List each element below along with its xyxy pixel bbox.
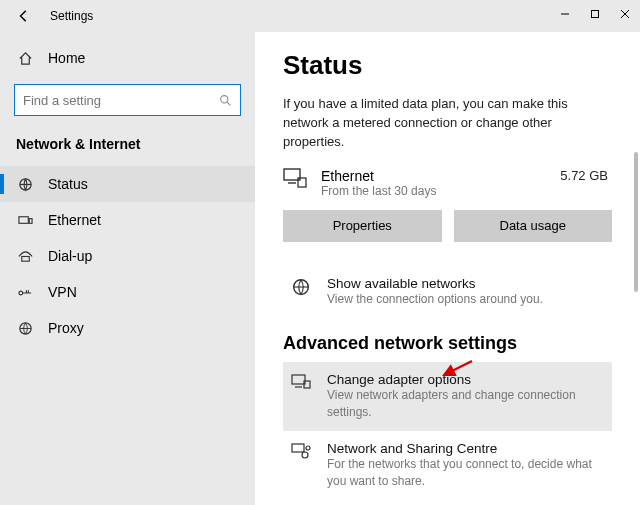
option-sub: View the connection options around you. bbox=[327, 291, 606, 308]
properties-button[interactable]: Properties bbox=[283, 210, 442, 242]
home-icon bbox=[16, 51, 34, 66]
svg-rect-6 bbox=[18, 216, 27, 223]
sharing-icon bbox=[289, 441, 313, 461]
home-nav[interactable]: Home bbox=[0, 44, 255, 72]
nav-vpn[interactable]: VPN bbox=[0, 274, 255, 310]
network-row: Ethernet From the last 30 days 5.72 GB bbox=[283, 168, 612, 198]
network-name: Ethernet bbox=[321, 168, 560, 184]
option-title: Show available networks bbox=[327, 276, 606, 291]
sidebar: Home Network & Internet Status Ethernet … bbox=[0, 32, 255, 505]
advanced-heading: Advanced network settings bbox=[283, 333, 612, 354]
data-usage-button[interactable]: Data usage bbox=[454, 210, 613, 242]
svg-point-22 bbox=[302, 452, 308, 458]
option-sub: View network adapters and change connect… bbox=[327, 387, 606, 421]
search-input[interactable] bbox=[23, 93, 219, 108]
main-content: Status If you have a limited data plan, … bbox=[255, 32, 640, 505]
svg-point-9 bbox=[18, 291, 22, 295]
status-icon bbox=[16, 177, 34, 192]
network-size: 5.72 GB bbox=[560, 168, 612, 183]
proxy-icon bbox=[16, 321, 34, 336]
window-title: Settings bbox=[50, 9, 93, 23]
maximize-button[interactable] bbox=[580, 0, 610, 28]
globe-icon bbox=[289, 276, 313, 296]
svg-rect-17 bbox=[292, 375, 305, 384]
search-input-wrap[interactable] bbox=[14, 84, 241, 116]
option-sub: For the networks that you connect to, de… bbox=[327, 456, 606, 490]
nav-label: VPN bbox=[48, 284, 77, 300]
svg-rect-21 bbox=[292, 444, 304, 452]
vpn-icon bbox=[16, 287, 34, 298]
home-label: Home bbox=[48, 50, 85, 66]
search-icon bbox=[219, 94, 232, 107]
option-title: Change adapter options bbox=[327, 372, 606, 387]
nav-ethernet[interactable]: Ethernet bbox=[0, 202, 255, 238]
svg-rect-8 bbox=[21, 256, 29, 261]
close-button[interactable] bbox=[610, 0, 640, 28]
dialup-icon bbox=[16, 249, 34, 264]
network-sub: From the last 30 days bbox=[321, 184, 560, 198]
nav-label: Status bbox=[48, 176, 88, 192]
monitor-icon bbox=[283, 168, 311, 190]
troubleshooter-option[interactable]: Network troubleshooter Diagnose and fix … bbox=[283, 500, 612, 505]
page-title: Status bbox=[283, 50, 612, 81]
svg-rect-7 bbox=[29, 218, 32, 223]
title-bar: Settings bbox=[0, 0, 640, 32]
ethernet-icon bbox=[16, 213, 34, 228]
nav-proxy[interactable]: Proxy bbox=[0, 310, 255, 346]
svg-line-3 bbox=[227, 102, 230, 105]
nav-label: Proxy bbox=[48, 320, 84, 336]
sharing-centre-option[interactable]: Network and Sharing Centre For the netwo… bbox=[283, 431, 612, 500]
svg-point-23 bbox=[306, 446, 310, 450]
category-title: Network & Internet bbox=[0, 134, 255, 166]
change-adapter-option[interactable]: Change adapter options View network adap… bbox=[283, 362, 612, 431]
nav-label: Dial-up bbox=[48, 248, 92, 264]
adapter-icon bbox=[289, 372, 313, 390]
window-controls bbox=[550, 0, 640, 28]
svg-rect-1 bbox=[592, 11, 599, 18]
nav-dialup[interactable]: Dial-up bbox=[0, 238, 255, 274]
nav-status[interactable]: Status bbox=[0, 166, 255, 202]
scrollbar[interactable] bbox=[634, 152, 638, 292]
option-title: Network and Sharing Centre bbox=[327, 441, 606, 456]
page-description: If you have a limited data plan, you can… bbox=[283, 95, 603, 152]
back-button[interactable] bbox=[12, 4, 36, 28]
minimize-button[interactable] bbox=[550, 0, 580, 28]
nav-label: Ethernet bbox=[48, 212, 101, 228]
svg-point-2 bbox=[221, 95, 228, 102]
show-networks-option[interactable]: Show available networks View the connect… bbox=[283, 266, 612, 318]
